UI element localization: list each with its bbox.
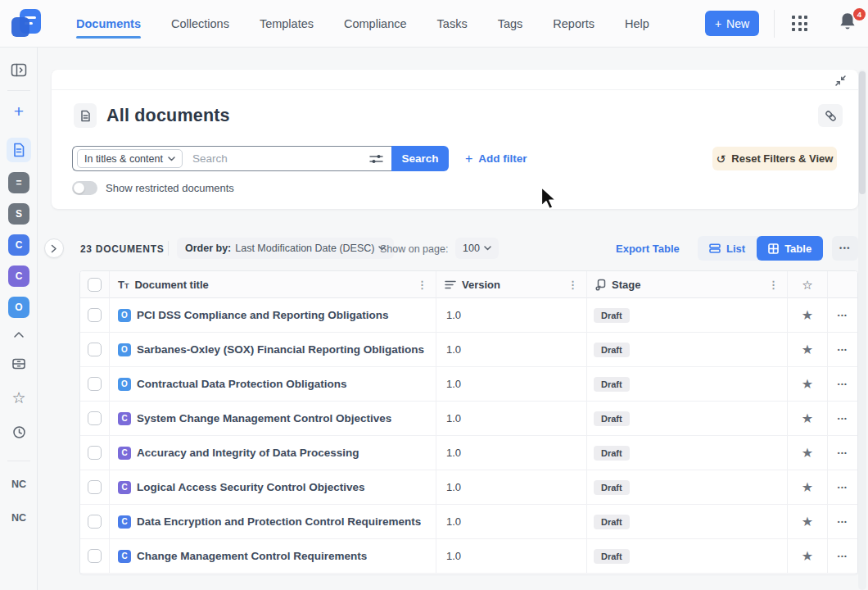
star-filled-icon[interactable]: ★ (802, 309, 813, 322)
scrollbar[interactable] (858, 70, 866, 590)
doc-badge-glyph: O (121, 379, 128, 388)
star-filled-icon[interactable]: ★ (802, 378, 813, 391)
sidebar-nc-list: NCNC (0, 474, 38, 528)
kebab-menu-icon[interactable]: ⋮ (417, 279, 427, 291)
sidebar-archive-icon[interactable] (7, 353, 30, 374)
select-all-checkbox[interactable] (88, 278, 102, 292)
sidebar-item-documents[interactable] (7, 138, 31, 162)
doc-title-link[interactable]: System Change Management Control Objecti… (137, 412, 391, 424)
nav-tab-reports[interactable]: Reports (553, 0, 594, 48)
kebab-menu-icon[interactable]: ⋮ (567, 279, 578, 291)
export-table-button[interactable]: Export Table (616, 243, 680, 255)
nav-tab-compliance[interactable]: Compliance (344, 0, 407, 48)
stage-badge: Draft (594, 411, 630, 426)
list-view-label: List (726, 243, 745, 255)
sidebar-workspace-item[interactable]: S (8, 203, 29, 225)
sidebar-workspace-item[interactable]: = (8, 172, 29, 193)
row-checkbox[interactable] (88, 308, 102, 322)
nav-tab-help[interactable]: Help (625, 0, 649, 48)
sidebar-expand-icon[interactable] (7, 59, 30, 80)
doc-title-link[interactable]: Logical Access Security Control Objectiv… (137, 481, 365, 493)
copy-link-icon[interactable] (818, 104, 843, 127)
logo-document-front (11, 17, 29, 37)
sidebar-nc-item[interactable]: NC (11, 508, 26, 528)
star-outline-icon[interactable]: ☆ (802, 279, 812, 291)
apps-grid-icon[interactable] (789, 14, 811, 34)
doc-badge-glyph: C (121, 517, 127, 526)
expand-sidebar-chevron[interactable] (44, 238, 64, 258)
add-filter-button[interactable]: + Add filter (465, 146, 527, 171)
search-input[interactable] (192, 152, 369, 165)
app-logo-icon[interactable] (10, 7, 44, 40)
star-filled-icon[interactable]: ★ (802, 481, 813, 494)
nav-tab-documents[interactable]: Documents (76, 0, 141, 48)
sidebar-workspace-item[interactable]: C (8, 266, 29, 287)
doc-badge-glyph: O (121, 311, 128, 320)
more-options-icon[interactable]: ••• (832, 236, 858, 261)
row-checkbox[interactable] (88, 549, 102, 563)
sidebar-recent-icon[interactable] (7, 421, 30, 442)
row-more-icon[interactable]: ••• (838, 380, 848, 388)
nav-tab-tags[interactable]: Tags (498, 0, 523, 48)
table-row: O Sarbanes-Oxley (SOX) Financial Reporti… (80, 333, 857, 367)
row-checkbox[interactable] (88, 411, 102, 425)
star-filled-icon[interactable]: ★ (802, 447, 813, 460)
show-on-page-label: Show on page: (380, 243, 448, 255)
search-settings-icon[interactable] (369, 153, 383, 165)
row-more-icon[interactable]: ••• (838, 518, 848, 525)
order-by-dropdown[interactable]: Order by: Last Modification Date (DESC) (177, 238, 394, 259)
scrollbar-thumb[interactable] (859, 71, 866, 194)
view-switch: List Table (698, 236, 823, 261)
row-checkbox[interactable] (88, 377, 102, 391)
sidebar-workspace-item[interactable]: C (8, 234, 29, 256)
column-header-version[interactable]: Version (462, 279, 500, 291)
collapse-panel-icon[interactable] (833, 73, 848, 88)
sidebar-workspace-item[interactable]: O (8, 297, 29, 318)
row-more-icon[interactable]: ••• (838, 415, 848, 422)
column-header-stage[interactable]: Stage (612, 279, 640, 291)
nav-tab-collections[interactable]: Collections (171, 0, 229, 48)
doc-title-link[interactable]: Contractual Data Protection Obligations (137, 378, 347, 390)
kebab-menu-icon[interactable]: ⋮ (768, 279, 779, 291)
row-more-icon[interactable]: ••• (838, 311, 848, 319)
chevron-up-icon[interactable] (7, 324, 30, 345)
page-size-dropdown[interactable]: 100 (455, 238, 499, 259)
sidebar-add-button[interactable]: + (7, 100, 30, 121)
documents-table: TT Document title ⋮ Version ⋮ Stage ⋮ ☆ … (79, 270, 858, 575)
workspace-glyph: = (16, 177, 21, 188)
row-more-icon[interactable]: ••• (838, 552, 848, 560)
nav-tab-templates[interactable]: Templates (260, 0, 314, 48)
reset-filters-button[interactable]: ↺ Reset Filters & View (712, 147, 837, 170)
list-view-button[interactable]: List (698, 236, 757, 261)
doc-title-link[interactable]: Accuracy and Integrity of Data Processin… (137, 447, 359, 459)
search-button[interactable]: Search (391, 146, 449, 171)
row-more-icon[interactable]: ••• (838, 483, 848, 491)
star-filled-icon[interactable]: ★ (802, 515, 813, 529)
doc-title-link[interactable]: Data Encryption and Protection Control R… (137, 515, 421, 528)
show-restricted-toggle[interactable] (72, 181, 97, 195)
table-row: C Change Management Control Requirements… (80, 539, 857, 574)
row-more-icon[interactable]: ••• (838, 449, 848, 456)
nav-tab-tasks[interactable]: Tasks (437, 0, 468, 48)
page-title-doc-icon (74, 103, 97, 128)
sidebar-favorites-icon[interactable]: ☆ (7, 387, 30, 408)
row-checkbox[interactable] (88, 515, 102, 529)
search-scope-dropdown[interactable]: In titles & content (77, 149, 183, 168)
star-filled-icon[interactable]: ★ (802, 550, 813, 563)
column-header-title[interactable]: Document title (134, 279, 208, 291)
sidebar-nc-item[interactable]: NC (11, 474, 26, 494)
star-filled-icon[interactable]: ★ (802, 412, 813, 425)
notifications-bell-icon[interactable]: 4 (837, 11, 863, 37)
table-view-button[interactable]: Table (757, 236, 823, 261)
search-scope-label: In titles & content (84, 153, 163, 165)
doc-title-link[interactable]: Change Management Control Requirements (137, 550, 367, 562)
row-checkbox[interactable] (88, 446, 102, 460)
row-more-icon[interactable]: ••• (838, 346, 848, 353)
doc-title-link[interactable]: PCI DSS Compliance and Reporting Obligat… (137, 309, 389, 321)
star-filled-icon[interactable]: ★ (802, 343, 813, 356)
row-checkbox[interactable] (88, 343, 102, 356)
new-button[interactable]: + New (705, 11, 759, 36)
row-checkbox[interactable] (88, 480, 102, 494)
doc-title-link[interactable]: Sarbanes-Oxley (SOX) Financial Reporting… (137, 343, 424, 356)
sidebar-divider (7, 90, 30, 91)
